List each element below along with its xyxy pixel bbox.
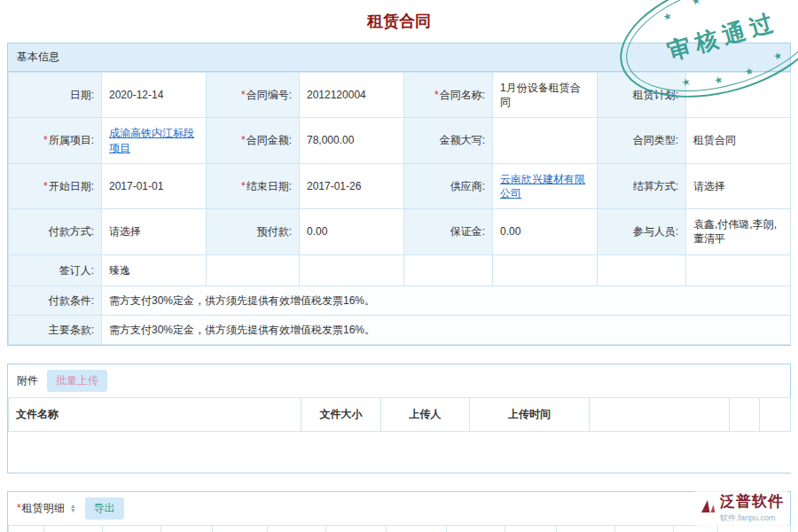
required-mark: * — [43, 180, 48, 192]
field-value-start-date: 2017-01-01 — [102, 163, 207, 208]
batch-upload-button[interactable]: 批量上传 — [47, 370, 107, 392]
field-label-amount: *合同金额: — [207, 118, 300, 163]
field-label-payment-terms: 付款条件: — [9, 286, 102, 315]
required-mark: * — [241, 89, 246, 101]
required-mark: * — [434, 89, 439, 101]
required-mark: * — [17, 502, 21, 514]
field-label-settlement: 结算方式: — [598, 163, 686, 208]
required-mark: * — [241, 180, 246, 192]
field-label-start-date: *开始日期: — [9, 163, 102, 208]
col-amount-excl-tax: 不含税金额 — [615, 525, 674, 532]
col-empty — [590, 398, 730, 432]
col-file-size: 文件大小 — [301, 398, 381, 432]
field-value-participants: 袁鑫,付伟璐,李朗,董清平 — [686, 209, 791, 254]
col-unit-price-tax: *含税单价 — [268, 525, 326, 532]
lease-detail-title: *租赁明细 — [17, 501, 65, 516]
table-row: 付款方式: 请选择 预付款: 0.00 保证金: 0.00 参与人员: 袁鑫,付… — [9, 209, 791, 254]
sort-icon[interactable]: ▲▼ — [70, 504, 76, 512]
empty-cell — [404, 254, 493, 286]
col-quantity: *数量 — [213, 525, 268, 532]
col-file-name: 文件名称 — [9, 398, 301, 432]
table-header-row: 序号 *租赁物品 规格型号 单位 *数量 *含税单价 *计划进场日期 *计划退场… — [9, 525, 791, 532]
col-upload-time: 上传时间 — [470, 398, 590, 432]
field-label-main-terms: 主要条款: — [9, 315, 102, 344]
empty-cell — [207, 254, 300, 286]
table-row: 签订人: 臻逸 — [9, 254, 791, 286]
empty-cell — [300, 254, 404, 286]
col-lease-item: *租赁物品 — [44, 525, 103, 532]
col-tax-amount: 税额 — [674, 525, 718, 532]
col-empty — [760, 398, 791, 432]
field-value-main-terms: 需方支付30%定金，供方须先提供有效增值税发票16%。 — [102, 315, 791, 344]
lease-detail-table: 序号 *租赁物品 规格型号 单位 *数量 *含税单价 *计划进场日期 *计划退场… — [8, 525, 791, 532]
empty-attachments-row — [9, 432, 791, 473]
field-value-contract-name: 1月份设备租赁合同 — [493, 73, 598, 118]
field-value-lease-plan — [686, 73, 791, 118]
empty-cell — [686, 254, 791, 286]
field-value-supplier: 云南欣兴建材有限公司 — [493, 163, 598, 208]
attachments-title: 附件 — [17, 373, 38, 388]
field-value-end-date: 2017-01-26 — [300, 163, 404, 208]
field-label-signer: 签订人: — [9, 254, 102, 286]
field-label-contract-type: 合同类型: — [598, 118, 686, 163]
brand-name: 泛普软件 — [720, 491, 784, 512]
field-label-prepayment: 预付款: — [207, 209, 300, 254]
col-tax-rate: *税率(%) — [505, 525, 557, 532]
field-label-project: *所属项目: — [9, 118, 102, 163]
field-value-settlement: 请选择 — [686, 163, 791, 208]
project-link[interactable]: 成渝高铁内江标段项目 — [109, 127, 194, 153]
field-value-project: 成渝高铁内江标段项目 — [102, 118, 207, 163]
field-value-contract-no: 2012120004 — [300, 73, 404, 118]
empty-cell — [598, 254, 686, 286]
attachments-bar: 附件 批量上传 — [8, 364, 790, 397]
brand-domain: 软件.fanpu.com — [720, 512, 776, 524]
field-label-lease-plan: 租赁计划: — [598, 73, 686, 118]
field-label-amount-words: 金额大写: — [404, 118, 493, 163]
export-button[interactable]: 导出 — [85, 497, 124, 520]
field-label-date: 日期: — [9, 73, 102, 118]
empty-cell — [493, 254, 598, 286]
basic-info-panel: 基本信息 日期: 2020-12-14 *合同编号: 2012120004 *合… — [7, 43, 791, 346]
field-value-deposit: 0.00 — [493, 209, 598, 254]
field-value-payment-terms: 需方支付30%定金，供方须先提供有效增值税发票16%。 — [102, 286, 791, 315]
field-label-payment-method: 付款方式: — [9, 209, 102, 254]
table-header-row: 文件名称 文件大小 上传人 上传时间 — [9, 398, 791, 432]
field-value-date: 2020-12-14 — [102, 73, 207, 118]
col-spec-model: 规格型号 — [103, 525, 161, 532]
field-value-prepayment: 0.00 — [300, 209, 404, 254]
col-lease-days: *租赁天数 — [447, 525, 505, 532]
table-row: *开始日期: 2017-01-01 *结束日期: 2017-01-26 供应商:… — [9, 163, 791, 208]
col-price-excl-tax: 不含税单价 — [557, 525, 615, 532]
basic-info-table: 日期: 2020-12-14 *合同编号: 2012120004 *合同名称: … — [8, 72, 791, 345]
attachments-panel: 附件 批量上传 文件名称 文件大小 上传人 上传时间 — [7, 364, 791, 473]
table-row — [9, 432, 791, 473]
field-label-deposit: 保证金: — [404, 209, 493, 254]
required-mark: * — [241, 134, 246, 146]
col-amount-incl-tax: 含税金额 — [718, 525, 791, 532]
field-value-signer: 臻逸 — [102, 254, 207, 286]
field-value-contract-type: 租赁合同 — [686, 118, 791, 163]
col-empty — [730, 398, 760, 432]
field-label-end-date: *结束日期: — [207, 163, 300, 208]
lease-detail-bar: *租赁明细 ▲▼ 导出 — [8, 492, 790, 525]
field-label-supplier: 供应商: — [404, 163, 493, 208]
page-title: 租赁合同 — [0, 0, 798, 43]
basic-info-header: 基本信息 — [8, 43, 790, 72]
col-unit: 单位 — [161, 525, 213, 532]
required-mark: * — [43, 134, 48, 146]
field-value-amount-words — [493, 118, 598, 163]
table-row: 日期: 2020-12-14 *合同编号: 2012120004 *合同名称: … — [9, 73, 791, 118]
field-value-payment-method: 请选择 — [102, 209, 207, 254]
attachments-table: 文件名称 文件大小 上传人 上传时间 — [8, 397, 791, 473]
col-planned-exit-date: *计划退场日期 — [387, 525, 447, 532]
fanpu-watermark: 泛普软件 软件.fanpu.com — [695, 489, 787, 526]
table-row: *所属项目: 成渝高铁内江标段项目 *合同金额: 78,000.00 金额大写:… — [9, 118, 791, 163]
col-uploader: 上传人 — [381, 398, 470, 432]
field-label-contract-no: *合同编号: — [207, 73, 300, 118]
col-planned-entry-date: *计划进场日期 — [326, 525, 387, 532]
table-row: 主要条款: 需方支付30%定金，供方须先提供有效增值税发票16%。 — [9, 315, 791, 344]
col-seq: 序号 — [9, 525, 44, 532]
fanpu-logo-icon — [699, 497, 716, 519]
supplier-link[interactable]: 云南欣兴建材有限公司 — [500, 173, 585, 200]
lease-detail-panel: *租赁明细 ▲▼ 导出 序号 *租赁物品 规格型号 单位 *数量 *含税单价 *… — [7, 491, 791, 532]
